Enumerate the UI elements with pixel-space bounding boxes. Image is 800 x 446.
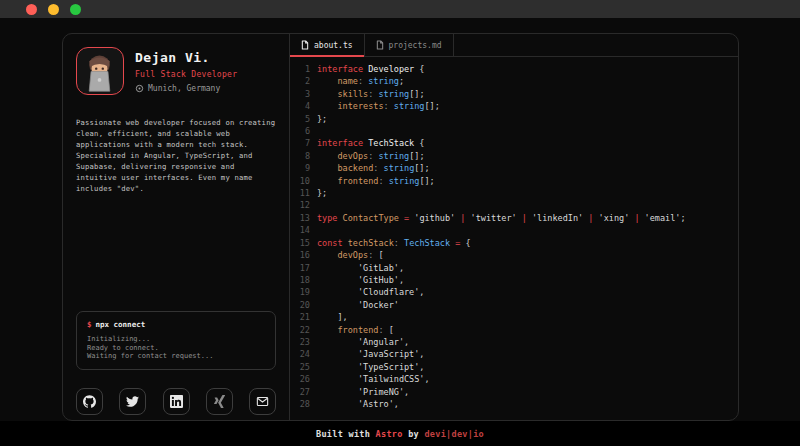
minimize-button[interactable] — [48, 4, 59, 15]
line-number: 17 — [290, 262, 310, 274]
memoji-avatar-image — [77, 48, 122, 93]
code-line: 11}; — [290, 187, 738, 199]
code-text: name: string; — [317, 75, 404, 87]
footer-prefix: Built with — [316, 429, 370, 439]
code-text: 'GitHub', — [317, 274, 404, 286]
file-icon — [301, 40, 309, 50]
code-text: 'Cloudflare', — [317, 286, 424, 298]
code-line: 16 devOps: [ — [290, 249, 738, 261]
line-number: 16 — [290, 249, 310, 261]
location-pin-icon — [135, 84, 144, 93]
line-number: 9 — [290, 162, 310, 174]
code-line: 8 devOps: string[]; — [290, 150, 738, 162]
code-line: 6 — [290, 125, 738, 137]
window-titlebar — [0, 0, 800, 18]
code-text: frontend: [ — [317, 324, 394, 336]
profile-location-text: Munich, Germany — [148, 84, 220, 93]
code-text: 'GitLab', — [317, 262, 404, 274]
code-line: 24 'JavaScript', — [290, 348, 738, 360]
line-number: 22 — [290, 324, 310, 336]
code-area[interactable]: 1interface Developer {2 name: string;3 s… — [290, 57, 738, 420]
code-line: 20 'Docker' — [290, 299, 738, 311]
code-line: 4 interests: string[]; — [290, 100, 738, 112]
line-number: 20 — [290, 299, 310, 311]
profile-panel: Dejan Vi. Full Stack Developer Munich, G… — [63, 34, 290, 420]
github-icon — [83, 395, 96, 408]
code-line: 25 'TypeScript', — [290, 361, 738, 373]
code-text: }; — [317, 187, 327, 199]
code-line: 21 ], — [290, 311, 738, 323]
linkedin-icon — [170, 395, 183, 408]
line-number: 19 — [290, 286, 310, 298]
code-line: 1interface Developer { — [290, 63, 738, 75]
line-number: 27 — [290, 386, 310, 398]
code-text: devOps: string[]; — [317, 150, 425, 162]
social-twitter-button[interactable] — [119, 388, 146, 415]
line-number: 26 — [290, 373, 310, 385]
profile-header: Dejan Vi. Full Stack Developer Munich, G… — [76, 47, 276, 95]
code-editor: about.tsprojects.md 1interface Developer… — [290, 34, 738, 420]
code-text: 'PrimeNG', — [317, 386, 409, 398]
profile-bio: Passionate web developer focused on crea… — [76, 117, 276, 194]
tab-label: projects.md — [389, 41, 442, 50]
code-text: interface Developer { — [317, 63, 424, 75]
code-text — [317, 199, 322, 211]
line-number: 11 — [290, 187, 310, 199]
xing-icon — [213, 395, 226, 408]
code-text: backend: string[]; — [317, 162, 430, 174]
terminal-command: npx connect — [96, 320, 146, 329]
line-number: 1 — [290, 63, 310, 75]
code-line: 14 — [290, 224, 738, 236]
code-text: 'TypeScript', — [317, 361, 424, 373]
code-line: 18 'GitHub', — [290, 274, 738, 286]
code-text: 'JavaScript', — [317, 348, 424, 360]
maximize-button[interactable] — [70, 4, 81, 15]
line-number: 28 — [290, 398, 310, 410]
footer: Built with Astro by devi|dev|io — [0, 421, 800, 446]
close-button[interactable] — [26, 4, 37, 15]
tab-label: about.ts — [314, 41, 353, 50]
code-text: skills: string[]; — [317, 88, 425, 100]
line-number: 12 — [290, 199, 310, 211]
social-xing-button[interactable] — [206, 388, 233, 415]
code-line: 3 skills: string[]; — [290, 88, 738, 100]
code-text: 'Astro', — [317, 398, 399, 410]
code-text: devOps: [ — [317, 249, 384, 261]
social-links — [76, 388, 276, 415]
footer-site-link[interactable]: devi|dev|io — [424, 429, 484, 439]
profile-name: Dejan Vi. — [135, 50, 237, 65]
code-line: 9 backend: string[]; — [290, 162, 738, 174]
code-line: 19 'Cloudflare', — [290, 286, 738, 298]
email-icon — [256, 395, 269, 408]
code-line: 26 'TailwindCSS', — [290, 373, 738, 385]
code-text: interface TechStack { — [317, 137, 424, 149]
code-text — [317, 224, 322, 236]
profile-role: Full Stack Developer — [135, 70, 237, 79]
tab-about-ts[interactable]: about.ts — [290, 34, 365, 56]
line-number: 8 — [290, 150, 310, 162]
terminal: $npx connect Initializing...Ready to con… — [76, 311, 276, 370]
tab-projects-md[interactable]: projects.md — [365, 34, 454, 56]
line-number: 6 — [290, 125, 310, 137]
file-icon — [376, 40, 384, 50]
code-line: 2 name: string; — [290, 75, 738, 87]
profile-info: Dejan Vi. Full Stack Developer Munich, G… — [135, 47, 237, 95]
terminal-output: Initializing...Ready to connect.Waiting … — [87, 335, 265, 361]
social-linkedin-button[interactable] — [163, 388, 190, 415]
code-text — [317, 125, 322, 137]
code-text: interests: string[]; — [317, 100, 440, 112]
code-line: 5}; — [290, 113, 738, 125]
terminal-output-line: Waiting for contact request... — [87, 352, 265, 361]
code-line: 22 frontend: [ — [290, 324, 738, 336]
code-line: 15const techStack: TechStack = { — [290, 237, 738, 249]
social-email-button[interactable] — [249, 388, 276, 415]
code-text: type ContactType = 'github' | 'twitter' … — [317, 212, 686, 224]
footer-brand-link[interactable]: Astro — [376, 429, 403, 439]
line-number: 25 — [290, 361, 310, 373]
code-line: 12 — [290, 199, 738, 211]
line-number: 14 — [290, 224, 310, 236]
code-line: 7interface TechStack { — [290, 137, 738, 149]
avatar — [76, 47, 124, 95]
code-line: 27 'PrimeNG', — [290, 386, 738, 398]
social-github-button[interactable] — [76, 388, 103, 415]
